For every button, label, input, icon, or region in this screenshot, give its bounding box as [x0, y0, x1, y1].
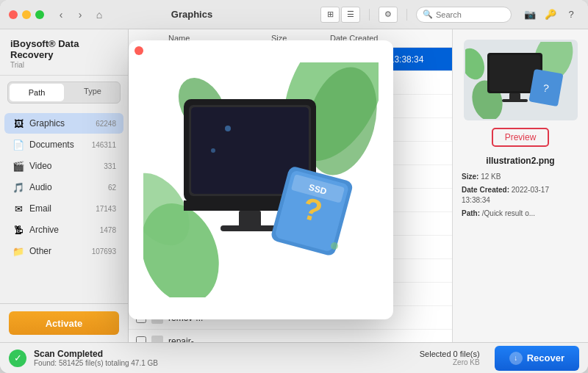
svg-point-26 — [225, 126, 231, 131]
sidebar-item-label: Documents — [29, 140, 89, 150]
file-info-date: Date Created: 2022-03-17 13:38:34 — [462, 185, 579, 206]
size-label: Size: — [462, 173, 478, 181]
view-toggle: ⊞ ☰ — [320, 7, 360, 23]
generic-icon — [151, 336, 163, 343]
sidebar-activate: Activate — [0, 303, 128, 342]
sidebar-item-documents[interactable]: 📄 Documents 146311 — [4, 134, 123, 155]
mini-preview-illustration: ? — [465, 42, 576, 119]
titlebar-right: ⊞ ☰ ⚙ 🔍 📷 🔑 ? — [320, 7, 579, 23]
scan-title: Scan Completed — [34, 349, 158, 359]
tab-type[interactable]: Type — [65, 82, 120, 100]
large-preview-illustration: ? SSD — [143, 62, 379, 297]
file-type-icon — [151, 335, 164, 343]
archive-icon: 🗜 — [12, 223, 25, 236]
sidebar-item-graphics[interactable]: 🖼 Graphics 62248 — [4, 113, 123, 134]
audio-icon: 🎵 — [12, 181, 25, 194]
app-trial: Trial — [10, 61, 118, 69]
file-info-size: Size: 12 KB — [462, 172, 579, 182]
email-icon: ✉ — [12, 202, 25, 215]
camera-icon-button[interactable]: 📷 — [522, 7, 538, 23]
right-panel-filename: illustration2.png — [486, 156, 554, 166]
scan-complete-icon: ✓ — [9, 350, 26, 367]
selected-files-count: Selected 0 file(s) — [420, 350, 480, 358]
sidebar-item-label: Audio — [29, 182, 105, 192]
svg-rect-19 — [239, 211, 261, 227]
sidebar-item-audio[interactable]: 🎵 Audio 62 — [4, 177, 123, 198]
row-checkbox[interactable] — [136, 336, 146, 343]
video-icon: 🎬 — [12, 159, 25, 173]
sidebar-item-label: Archive — [29, 225, 97, 235]
close-button[interactable] — [9, 10, 18, 19]
svg-point-27 — [211, 148, 215, 153]
sidebar-item-label: Graphics — [29, 118, 93, 128]
right-panel: ? Preview illustration2.png Size: 12 KB … — [452, 29, 588, 342]
divider — [369, 9, 370, 21]
sidebar-item-count: 1478 — [100, 226, 116, 234]
date-label: Date Created: — [462, 186, 509, 194]
minimize-button[interactable] — [22, 10, 31, 19]
svg-rect-20 — [220, 225, 279, 231]
svg-rect-5 — [502, 99, 528, 102]
selected-size: Zero KB — [420, 358, 480, 366]
recover-label: Recover — [527, 352, 564, 363]
sidebar-header: iBoysoft® Data Recovery Trial — [0, 29, 128, 76]
search-icon: 🔍 — [423, 10, 433, 19]
key-icon-button[interactable]: 🔑 — [542, 7, 559, 23]
recover-icon: ↓ — [509, 352, 523, 365]
sidebar-item-count: 17143 — [96, 205, 116, 213]
help-icon-button[interactable]: ? — [563, 7, 579, 23]
tab-path[interactable]: Path — [10, 84, 64, 101]
sidebar-items: 🖼 Graphics 62248 📄 Documents 146311 🎬 Vi… — [0, 109, 128, 303]
file-info-path: Path: /Quick result o... — [462, 209, 579, 219]
sidebar-item-count: 62 — [108, 184, 116, 192]
traffic-lights — [9, 10, 44, 19]
path-value: /Quick result o... — [482, 209, 535, 217]
filter-button[interactable]: ⚙ — [379, 7, 398, 23]
sidebar-item-video[interactable]: 🎬 Video 331 — [4, 156, 123, 176]
sidebar-item-label: Video — [29, 161, 101, 171]
file-name: repair-... — [168, 336, 283, 343]
recover-button[interactable]: ↓ Recover — [495, 346, 579, 371]
sidebar-item-count: 146311 — [92, 141, 116, 149]
sidebar-item-count: 331 — [104, 162, 116, 170]
size-value: 12 KB — [481, 173, 501, 181]
window-title: Graphics — [63, 9, 320, 20]
sidebar-item-count: 107693 — [92, 247, 116, 256]
activate-button[interactable]: Activate — [9, 311, 119, 335]
titlebar: ‹ › ⌂ Graphics ⊞ ☰ ⚙ 🔍 📷 🔑 ? — [0, 0, 588, 29]
svg-point-8 — [465, 45, 489, 83]
search-input[interactable] — [436, 10, 502, 19]
sidebar-item-label: Email — [29, 203, 93, 214]
scan-subtitle: Found: 581425 file(s) totaling 47.1 GB — [34, 359, 158, 367]
sidebar-item-other[interactable]: 📁 Other 107693 — [4, 241, 123, 261]
sidebar-item-email[interactable]: ✉ Email 17143 — [4, 198, 123, 219]
search-box: 🔍 — [416, 7, 512, 23]
svg-point-28 — [331, 242, 338, 250]
app-name: iBoysoft® Data Recovery — [10, 38, 118, 60]
divider2 — [406, 9, 407, 21]
overlay-close-button[interactable] — [135, 46, 143, 55]
scan-text: Scan Completed Found: 581425 file(s) tot… — [34, 349, 158, 367]
sidebar: iBoysoft® Data Recovery Trial Path Type … — [0, 29, 129, 342]
table-row[interactable]: repair-... — [129, 330, 452, 342]
preview-overlay: ? SSD — [129, 40, 393, 319]
selected-info: Selected 0 file(s) Zero KB — [420, 350, 480, 366]
grid-view-button[interactable]: ⊞ — [320, 7, 340, 23]
graphics-icon: 🖼 — [12, 117, 25, 130]
sidebar-item-count: 62248 — [96, 120, 116, 128]
path-label: Path: — [462, 209, 480, 217]
status-bar: ✓ Scan Completed Found: 581425 file(s) t… — [0, 342, 588, 373]
preview-thumbnail: ? — [464, 40, 578, 120]
sidebar-tabs: Path Type — [7, 82, 121, 104]
sidebar-item-archive[interactable]: 🗜 Archive 1478 — [4, 220, 123, 240]
other-icon: 📁 — [12, 245, 25, 258]
maximize-button[interactable] — [35, 10, 44, 19]
list-view-button[interactable]: ☰ — [341, 7, 360, 23]
preview-button[interactable]: Preview — [492, 128, 550, 147]
documents-icon: 📄 — [12, 138, 25, 151]
titlebar-icons: 📷 🔑 ? — [522, 7, 579, 23]
sidebar-item-label: Other — [29, 246, 89, 256]
